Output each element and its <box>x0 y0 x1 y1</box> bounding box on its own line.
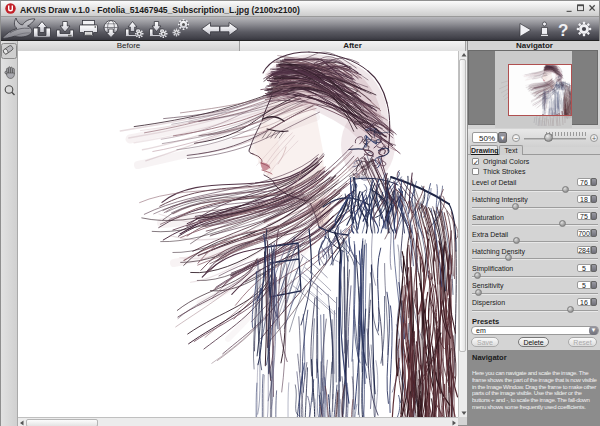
svg-text:?: ? <box>558 21 568 40</box>
